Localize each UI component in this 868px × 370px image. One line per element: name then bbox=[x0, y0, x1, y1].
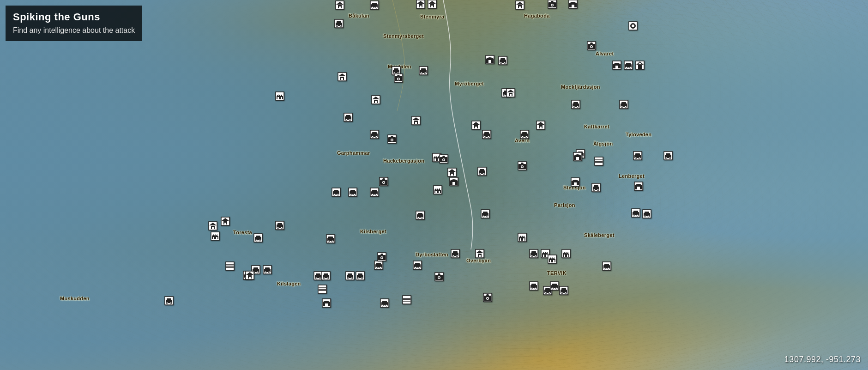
map-icon-i63[interactable] bbox=[475, 249, 485, 259]
map-icon-i32[interactable] bbox=[387, 134, 397, 144]
map-icon-i50[interactable] bbox=[663, 151, 673, 161]
map-icon-i16[interactable] bbox=[275, 91, 285, 101]
svg-point-87 bbox=[500, 62, 502, 64]
map-icon-i1[interactable] bbox=[335, 0, 345, 10]
map-icon-i38[interactable] bbox=[447, 167, 457, 177]
map-icon-i2[interactable] bbox=[369, 0, 380, 10]
map-icon-i76[interactable] bbox=[561, 249, 571, 259]
map-icon-i70[interactable] bbox=[355, 271, 365, 281]
map-icon-i77[interactable] bbox=[602, 261, 612, 271]
map-icon-i83[interactable] bbox=[225, 261, 235, 271]
map-icon-i87[interactable] bbox=[164, 296, 174, 306]
map-icon-i51[interactable] bbox=[570, 177, 580, 187]
map-icon-i26[interactable] bbox=[482, 129, 492, 140]
map-icon-i31[interactable] bbox=[369, 129, 380, 140]
map-icon-i14[interactable] bbox=[371, 95, 381, 105]
map-icon-i69[interactable] bbox=[345, 271, 355, 281]
map-icon-i52[interactable] bbox=[591, 182, 601, 193]
map-icon-i28[interactable] bbox=[519, 129, 530, 140]
svg-rect-67 bbox=[277, 97, 279, 99]
svg-marker-25 bbox=[551, 1, 554, 2]
map-icon-i66[interactable] bbox=[262, 265, 272, 275]
map-icon-i19[interactable] bbox=[418, 66, 428, 76]
map-icon-i35[interactable] bbox=[331, 187, 341, 197]
svg-point-373 bbox=[531, 287, 533, 289]
map-icon-i42[interactable] bbox=[433, 185, 443, 195]
map-icon-i41[interactable] bbox=[379, 176, 389, 187]
map-icon-i6[interactable] bbox=[547, 0, 557, 9]
map-icon-i4[interactable] bbox=[427, 0, 437, 9]
map-icon-i11[interactable] bbox=[635, 60, 645, 70]
map-icon-i84[interactable] bbox=[402, 295, 412, 305]
map-icon-i43[interactable] bbox=[480, 209, 490, 219]
svg-rect-266 bbox=[213, 237, 214, 239]
svg-point-316 bbox=[327, 277, 329, 279]
map-icon-i80[interactable] bbox=[549, 281, 560, 291]
map-icon-i22[interactable] bbox=[586, 41, 597, 51]
map-icon-i85[interactable] bbox=[245, 270, 255, 280]
map-icon-i5[interactable] bbox=[515, 0, 525, 10]
map-icon-i25[interactable] bbox=[471, 120, 481, 130]
map-icon-i20[interactable] bbox=[498, 55, 508, 66]
map-icon-i12[interactable] bbox=[619, 99, 629, 109]
map-icon-i18[interactable] bbox=[393, 73, 404, 83]
map-icon-i62[interactable] bbox=[450, 249, 460, 259]
map-icon-i21[interactable] bbox=[485, 55, 495, 65]
map-icon-i53[interactable] bbox=[633, 181, 644, 191]
map-icon-i33[interactable] bbox=[369, 187, 380, 197]
map-icon-i45[interactable] bbox=[517, 161, 527, 171]
map-icon-i78[interactable] bbox=[529, 281, 539, 291]
map-icon-i3[interactable] bbox=[416, 0, 426, 9]
map-icon-i72[interactable] bbox=[517, 232, 527, 243]
svg-point-431 bbox=[644, 215, 646, 217]
map-icon-i59[interactable] bbox=[326, 234, 336, 244]
map-icon-i91[interactable] bbox=[642, 209, 652, 219]
map-icon-i81[interactable] bbox=[559, 285, 569, 296]
map-icon-i37[interactable] bbox=[439, 154, 449, 164]
quest-title: Spiking the Guns bbox=[13, 11, 135, 23]
map-icon-i90[interactable] bbox=[506, 88, 516, 98]
map-icon-i49[interactable] bbox=[633, 151, 643, 161]
svg-point-122 bbox=[522, 136, 524, 138]
svg-point-60 bbox=[336, 25, 338, 27]
map-icon-i88[interactable] bbox=[321, 298, 332, 308]
svg-point-123 bbox=[525, 136, 527, 138]
map-icon-i82[interactable] bbox=[317, 284, 327, 294]
map-icon-i13[interactable] bbox=[337, 72, 347, 82]
svg-rect-194 bbox=[439, 191, 440, 193]
map-icon-i7[interactable] bbox=[568, 0, 578, 9]
svg-marker-187 bbox=[382, 178, 385, 180]
map-icon-i40[interactable] bbox=[477, 166, 487, 176]
map-icon-i58[interactable] bbox=[210, 231, 220, 241]
svg-rect-338 bbox=[523, 238, 524, 241]
map-icon-i68[interactable] bbox=[321, 271, 331, 281]
map-icon-i23[interactable] bbox=[343, 112, 353, 122]
map-icon-i34[interactable] bbox=[348, 187, 358, 197]
map-icon-i55[interactable] bbox=[253, 233, 263, 243]
map-icon-i75[interactable] bbox=[547, 254, 557, 264]
map-icon-i10[interactable] bbox=[623, 60, 633, 70]
svg-point-436 bbox=[381, 257, 383, 259]
map-icon-i9[interactable] bbox=[612, 60, 622, 70]
map-icon-i86[interactable] bbox=[275, 220, 285, 230]
map-icon-i71[interactable] bbox=[434, 272, 444, 282]
map-icon-i8[interactable] bbox=[628, 21, 638, 31]
map-icon-i48[interactable] bbox=[594, 156, 604, 166]
svg-rect-364 bbox=[567, 255, 568, 257]
svg-point-343 bbox=[535, 255, 536, 257]
map-icon-i61[interactable] bbox=[412, 260, 422, 270]
map-icon-i73[interactable] bbox=[529, 249, 539, 259]
map-icon-i44[interactable] bbox=[415, 210, 425, 220]
map-icon-i54[interactable] bbox=[631, 208, 641, 218]
map-icon-i57[interactable] bbox=[208, 221, 218, 231]
map-icon-i30[interactable] bbox=[571, 99, 581, 109]
map-icon-i15[interactable] bbox=[334, 18, 344, 29]
map-icon-i89[interactable] bbox=[482, 292, 493, 303]
map-icon-i56[interactable] bbox=[220, 216, 230, 226]
map-icon-i92[interactable] bbox=[377, 252, 387, 262]
map-icon-i47[interactable] bbox=[573, 152, 583, 162]
map-icon-i27[interactable] bbox=[536, 120, 546, 130]
map-icon-i39[interactable] bbox=[449, 176, 459, 187]
map-icon-i93[interactable] bbox=[380, 298, 390, 308]
map-icon-i24[interactable] bbox=[411, 115, 421, 126]
